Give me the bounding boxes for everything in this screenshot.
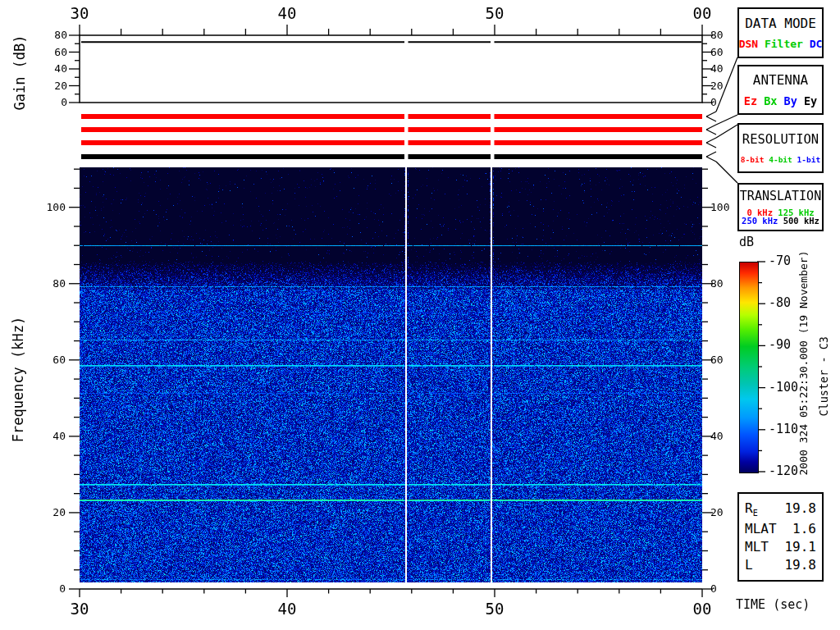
freq-tick-right: 80 [710,278,724,289]
gain-tick-left: 20 [31,80,67,91]
freq-tick-left: 100 [30,202,66,212]
orbit-value-mlat: 1.6 [792,523,816,536]
line [716,125,737,138]
translation-box: TRANSLATION 0 kHz 125 kHz 250 kHz 500 kH… [737,183,824,231]
line [716,115,737,125]
translation-bar [81,154,702,159]
gain-tick-right: 80 [710,30,724,40]
freq-tick-left: 0 [30,583,66,594]
freq-tick-right: 100 [710,202,729,212]
legend-value: 4-bit [769,155,792,164]
colorbar-units-label: dB [739,236,754,249]
freq-tick-left: 40 [30,431,66,441]
antenna-title: ANTENNA [753,72,808,88]
legend-value: Ey [804,94,817,107]
wbd-spectrogram-display: dB Gain (dB) Frequency (kHz) 2000 324 05… [0,0,840,630]
legend-value: 500 kHz [783,216,819,226]
spacecraft-vertical-label: Cluster - C3 [819,294,830,459]
line [706,130,716,135]
timestamp-vertical-label: 2000 324 05:22:30.000 (19 November) [798,240,809,486]
rect [80,35,702,103]
status-bars [81,112,702,161]
colorbar-tick: -120 [769,465,798,477]
orbit-label-re: RE [745,502,758,518]
legend-callout-lines [706,57,737,183]
freq-tick-right: 60 [710,354,724,365]
time-tick-top: 40 [269,6,305,21]
colorbar-tick: -90 [769,339,791,351]
gain-plot-frame [80,35,702,103]
orbit-row-re: RE 19.8 [745,502,816,518]
gain-tick-left: 80 [31,30,67,40]
orbit-row-mlat: MLAT 1.6 [745,523,816,536]
orbit-label-mlat: MLAT [745,523,777,536]
legend-value: Bx [764,94,777,107]
legend-value: By [784,94,797,107]
colorbar-tick: -100 [769,381,798,394]
orbit-value-mlt: 19.1 [784,541,816,554]
orbit-value-l: 19.8 [784,559,816,572]
data-mode-title: DATA MODE [745,16,816,31]
time-tick-bottom: 40 [269,601,305,617]
data-mode-bar [81,114,702,119]
gain-tick-left: 60 [31,47,67,57]
line [706,152,716,157]
legend-value: Ez [744,94,757,107]
resolution-bar [81,140,702,145]
data-mode-box: DATA MODE DSN Filter DC [737,7,824,58]
gain-tick-right: 20 [710,80,724,91]
antenna-bar [81,127,702,132]
rect [404,112,409,161]
time-tick-bottom: 00 [684,601,720,617]
freq-tick-right: 40 [710,431,724,441]
time-tick-top: 30 [62,6,98,21]
legend-value: 250 kHz [742,216,778,226]
translation-title: TRANSLATION [740,189,821,203]
gain-tick-right: 40 [710,63,724,74]
freq-tick-left: 60 [30,354,66,365]
legend-value: Filter [765,38,803,50]
time-axis-title: TIME (sec) [736,599,810,611]
line [706,116,716,121]
data-mode-values: DSN Filter DC [739,38,823,50]
colorbar-tick: -70 [769,255,791,267]
legend-value: DC [810,38,823,50]
translation-values-row2: 250 kHz 500 kHz [742,216,819,226]
legend-value: DSN [739,38,758,50]
axes-overlay [0,0,840,630]
time-tick-top: 50 [477,6,513,21]
resolution-values: 8-bit 4-bit 1-bit [741,155,820,164]
colorbar-tick: -110 [769,423,798,436]
time-tick-bottom: 50 [477,601,513,617]
gain-tick-left: 0 [31,97,67,107]
gain-tick-right: 0 [710,97,717,107]
rect [491,112,495,161]
resolution-box: RESOLUTION 8-bit 4-bit 1-bit [737,123,824,173]
time-tick-top: 00 [684,6,720,21]
orbit-row-l: L 19.8 [745,559,816,572]
orbit-parameters-box: RE 19.8 MLAT 1.6 MLT 19.1 L 19.8 [737,492,824,582]
gain-tick-right: 60 [710,47,724,57]
orbit-label-l: L [745,559,753,572]
frequency-axis-title: Frequency (kHz) [11,298,25,462]
line [716,162,737,183]
resolution-title: RESOLUTION [742,132,819,147]
antenna-box: ANTENNA Ez Bx By Ey [737,65,824,115]
line [706,125,716,130]
legend-value: 1-bit [797,155,821,164]
freq-tick-right: 20 [710,507,724,518]
line [706,143,716,148]
line [706,138,716,143]
gain-tick-left: 40 [31,63,67,74]
orbit-row-mlt: MLT 19.1 [745,541,816,554]
orbit-label-mlt: MLT [745,541,769,554]
freq-tick-left: 80 [30,278,66,289]
freq-tick-right: 0 [710,583,717,594]
antenna-values: Ez Bx By Ey [744,94,817,107]
line [706,157,716,162]
line [706,112,716,116]
orbit-value-re: 19.8 [784,502,816,518]
gain-axis-title: Gain (dB) [13,0,27,155]
colorbar [739,262,759,473]
freq-tick-left: 20 [30,507,66,518]
